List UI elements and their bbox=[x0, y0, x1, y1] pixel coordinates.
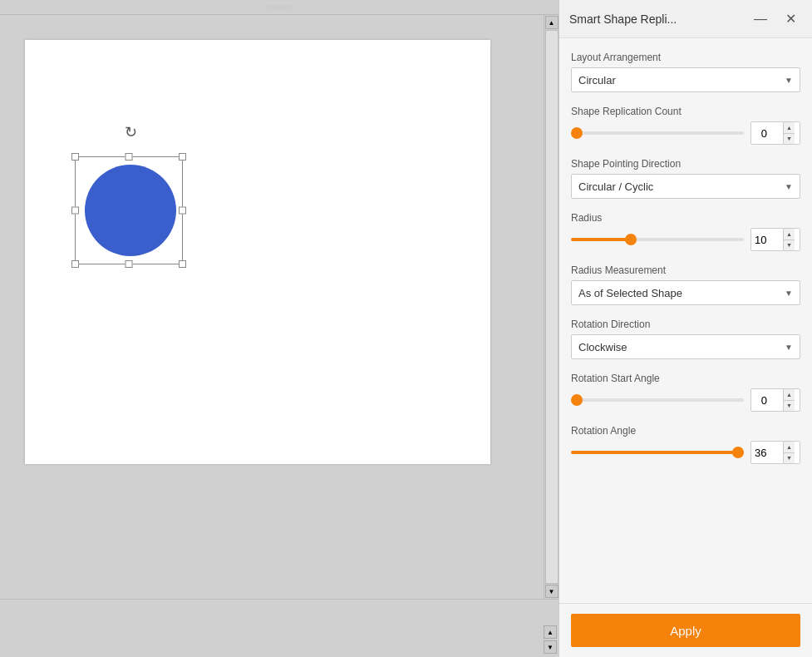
rotation-angle-row: ▲ ▼ bbox=[571, 441, 800, 464]
handle-top-right[interactable] bbox=[179, 153, 186, 161]
rotation-direction-value: Clockwise bbox=[578, 341, 627, 353]
handle-mid-left[interactable] bbox=[71, 207, 79, 215]
apply-button[interactable]: Apply bbox=[571, 614, 800, 647]
pointing-direction-dropdown[interactable]: Circular / Cyclic ▼ bbox=[571, 174, 800, 199]
layout-arrangement-value: Circular bbox=[578, 74, 616, 86]
scroll-down-btn[interactable]: ▼ bbox=[545, 585, 559, 598]
rotation-angle-spin-down[interactable]: ▼ bbox=[784, 453, 795, 464]
handle-bot-right[interactable] bbox=[179, 260, 186, 268]
radius-measurement-label: Radius Measurement bbox=[571, 264, 800, 276]
radius-spinners: ▲ ▼ bbox=[783, 229, 795, 250]
handle-top-mid[interactable] bbox=[125, 153, 133, 161]
rotation-angle-label: Rotation Angle bbox=[571, 425, 800, 437]
rotation-start-angle-input-box: ▲ ▼ bbox=[750, 388, 800, 412]
handle-mid-right[interactable] bbox=[179, 207, 186, 215]
panel-content: Layout Arrangement Circular ▼ Shape Repl… bbox=[559, 38, 812, 603]
pointing-direction-value: Circular / Cyclic bbox=[578, 180, 653, 193]
canvas-vertical-scrollbar[interactable]: ▲ ▼ bbox=[544, 15, 559, 599]
pointing-direction-arrow: ▼ bbox=[785, 182, 793, 191]
handle-bot-mid[interactable] bbox=[125, 260, 133, 268]
radius-measurement-value: As of Selected Shape bbox=[578, 287, 682, 299]
replication-count-group: Shape Replication Count ▲ ▼ bbox=[571, 106, 800, 145]
rotation-start-angle-spin-up[interactable]: ▲ bbox=[784, 389, 795, 401]
pointing-direction-label: Shape Pointing Direction bbox=[571, 158, 800, 170]
panel-title: Smart Shape Repli... bbox=[569, 12, 742, 26]
radius-input-box: ▲ ▼ bbox=[750, 228, 800, 251]
scroll-right-btn1[interactable]: ▲ bbox=[544, 625, 557, 639]
layout-arrangement-label: Layout Arrangement bbox=[571, 52, 800, 63]
layout-arrangement-dropdown[interactable]: Circular ▼ bbox=[571, 67, 800, 92]
replication-count-label: Shape Replication Count bbox=[571, 106, 800, 117]
shape-with-handles[interactable]: ↻ bbox=[75, 148, 187, 260]
replication-count-slider-wrapper bbox=[571, 131, 744, 135]
panel-footer: Apply bbox=[559, 603, 812, 657]
handle-top-left[interactable] bbox=[71, 153, 79, 161]
replication-count-slider[interactable] bbox=[571, 131, 744, 135]
layout-arrangement-group: Layout Arrangement Circular ▼ bbox=[571, 52, 800, 92]
rotation-start-angle-spinners: ▲ ▼ bbox=[783, 389, 795, 411]
rotation-angle-slider[interactable] bbox=[571, 451, 744, 454]
rotation-direction-arrow: ▼ bbox=[785, 343, 793, 352]
pointing-direction-group: Shape Pointing Direction Circular / Cycl… bbox=[571, 158, 800, 199]
rotation-start-angle-slider-wrapper bbox=[571, 398, 744, 402]
rotation-angle-spin-up[interactable]: ▲ bbox=[784, 442, 795, 453]
white-canvas: ↻ bbox=[25, 40, 490, 464]
rotation-start-angle-row: ▲ ▼ bbox=[571, 388, 800, 412]
radius-measurement-dropdown[interactable]: As of Selected Shape ▼ bbox=[571, 280, 800, 305]
scroll-right-btn2[interactable]: ▼ bbox=[544, 640, 557, 654]
replication-count-spinners: ▲ ▼ bbox=[783, 122, 795, 144]
replication-count-row: ▲ ▼ bbox=[571, 121, 800, 145]
rotation-angle-slider-wrapper bbox=[571, 451, 744, 454]
radius-label: Radius bbox=[571, 212, 800, 224]
replication-count-spin-down[interactable]: ▼ bbox=[784, 134, 795, 145]
radius-measurement-arrow: ▼ bbox=[785, 289, 793, 298]
radius-slider[interactable] bbox=[571, 238, 744, 241]
scroll-top-indicator bbox=[0, 0, 559, 15]
rotation-start-angle-group: Rotation Start Angle ▲ ▼ bbox=[571, 373, 800, 412]
rotation-start-angle-spin-down[interactable]: ▼ bbox=[784, 401, 795, 412]
close-button[interactable]: ✕ bbox=[779, 7, 802, 31]
rotation-angle-input-box: ▲ ▼ bbox=[750, 441, 800, 464]
radius-slider-wrapper bbox=[571, 238, 744, 241]
minimize-button[interactable]: — bbox=[749, 7, 772, 31]
radius-spin-down[interactable]: ▼ bbox=[784, 240, 795, 251]
canvas-area: ↻ ▲ bbox=[0, 0, 559, 657]
rotation-direction-label: Rotation Direction bbox=[571, 319, 800, 330]
radius-input[interactable] bbox=[751, 234, 783, 246]
rotation-angle-group: Rotation Angle ▲ ▼ bbox=[571, 425, 800, 464]
radius-spin-up[interactable]: ▲ bbox=[784, 229, 795, 240]
shape-circle[interactable] bbox=[85, 165, 176, 256]
handle-bot-left[interactable] bbox=[71, 260, 79, 268]
replication-count-input[interactable] bbox=[751, 127, 783, 140]
rotation-direction-dropdown[interactable]: Clockwise ▼ bbox=[571, 334, 800, 359]
rotation-start-angle-label: Rotation Start Angle bbox=[571, 373, 800, 384]
radius-row: ▲ ▼ bbox=[571, 228, 800, 251]
replication-count-input-box: ▲ ▼ bbox=[750, 121, 800, 145]
replication-count-spin-up[interactable]: ▲ bbox=[784, 122, 795, 134]
radius-group: Radius ▲ ▼ bbox=[571, 212, 800, 251]
layout-arrangement-arrow: ▼ bbox=[785, 76, 793, 85]
rotation-angle-spinners: ▲ ▼ bbox=[783, 442, 795, 463]
smart-shape-panel: Smart Shape Repli... — ✕ Layout Arrangem… bbox=[559, 0, 812, 657]
scroll-up-btn[interactable]: ▲ bbox=[545, 16, 559, 29]
bottom-scroll-area: ▲ ▼ bbox=[0, 599, 559, 657]
panel-header: Smart Shape Repli... — ✕ bbox=[559, 0, 812, 38]
scroll-track[interactable] bbox=[545, 30, 559, 584]
canvas-inner: ↻ bbox=[0, 15, 544, 599]
radius-measurement-group: Radius Measurement As of Selected Shape … bbox=[571, 264, 800, 305]
rotation-start-angle-input[interactable] bbox=[751, 394, 783, 407]
rotation-angle-input[interactable] bbox=[751, 447, 783, 459]
rotate-icon[interactable]: ↻ bbox=[125, 123, 137, 141]
rotation-start-angle-slider[interactable] bbox=[571, 398, 744, 402]
rotation-direction-group: Rotation Direction Clockwise ▼ bbox=[571, 319, 800, 359]
